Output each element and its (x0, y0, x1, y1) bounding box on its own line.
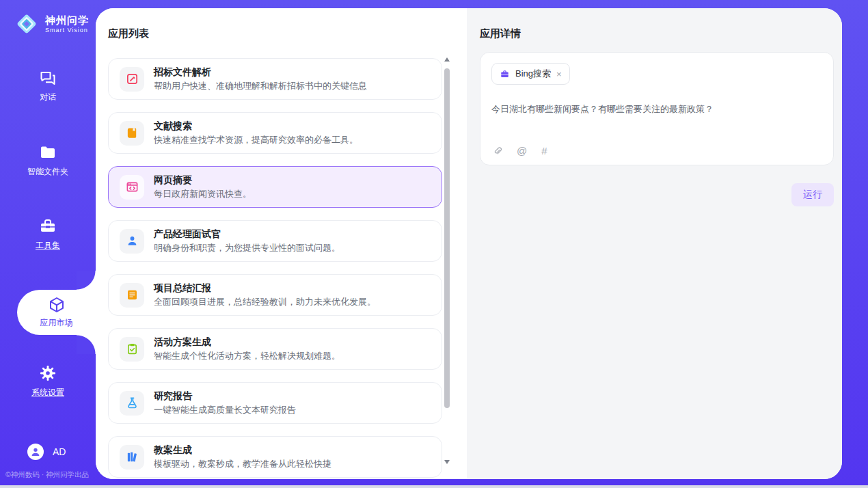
app-card-title: 项目总结汇报 (154, 282, 376, 294)
sidebar-item-smart-folder[interactable]: 智能文件夹 (0, 144, 96, 178)
chip-close-icon[interactable]: × (556, 70, 562, 79)
app-card[interactable]: 产品经理面试官明确身份和职责，为您提供专业性的面试问题。 (108, 220, 442, 262)
app-card-title: 教案生成 (154, 444, 331, 456)
cube-icon (48, 296, 66, 314)
run-button[interactable]: 运行 (791, 183, 834, 206)
app-list-scrollbar (444, 56, 450, 465)
research-icon (120, 391, 144, 416)
app-card-description: 智能生成个性化活动方案，轻松解决规划难题。 (154, 350, 340, 362)
brand-subtitle: Smart Vision (45, 27, 89, 33)
scroll-down-icon[interactable] (444, 460, 450, 464)
main-content: 应用列表 招标文件解析帮助用户快速、准确地理解和解析招标书中的关键信息文献搜索快… (96, 8, 842, 479)
active-tab-curve-bottom (77, 335, 96, 354)
hashtag-icon[interactable]: # (541, 146, 547, 156)
sidebar-item-label: 工具集 (36, 240, 60, 252)
scroll-up-icon[interactable] (444, 57, 450, 62)
app-card[interactable]: 教案生成模板驱动，教案秒成，教学准备从此轻松快捷 (108, 436, 442, 478)
sidebar-item-app-market[interactable]: 应用市场 (17, 290, 96, 335)
app-card-description: 一键智能生成高质量长文本研究报告 (154, 404, 296, 416)
app-card-description: 全面回顾项目进展，总结经验教训，助力未来优化发展。 (154, 296, 376, 308)
app-detail-title: 应用详情 (480, 27, 834, 40)
copyright-text: ©神州数码 · 神州问学出品 (5, 470, 89, 480)
app-card-title: 研究报告 (154, 390, 296, 402)
app-card-description: 帮助用户快速、准确地理解和解析招标书中的关键信息 (154, 80, 367, 92)
app-card-list: 招标文件解析帮助用户快速、准确地理解和解析招标书中的关键信息文献搜索快速精准查找… (108, 58, 442, 479)
prompt-card: Bing搜索 × 今日湖北有哪些新闻要点？有哪些需要关注的最新政策？ @ # (480, 52, 834, 165)
tool-chip-bing-search[interactable]: Bing搜索 × (491, 63, 570, 85)
app-list-panel: 应用列表 招标文件解析帮助用户快速、准确地理解和解析招标书中的关键信息文献搜索快… (96, 8, 467, 479)
app-detail-panel: 应用详情 Bing搜索 × 今日湖北有哪些新闻要点？有哪些需要关注的最新政策？ … (467, 8, 842, 479)
user-name: AD (53, 446, 66, 457)
sidebar-item-label: 对话 (40, 92, 56, 103)
app-card-description: 快速精准查找学术资源，提高研究效率的必备工具。 (154, 134, 358, 146)
app-card-title: 活动方案生成 (154, 336, 340, 348)
edit-doc-icon (120, 67, 144, 92)
app-card[interactable]: 招标文件解析帮助用户快速、准确地理解和解析招标书中的关键信息 (108, 58, 442, 100)
app-card[interactable]: 网页摘要每日政府新闻资讯快查。 (108, 166, 442, 208)
mention-icon[interactable]: @ (517, 146, 527, 156)
app-card-title: 招标文件解析 (154, 66, 367, 78)
sidebar-item-label: 应用市场 (40, 317, 73, 329)
input-toolbar: @ # (492, 146, 547, 156)
app-card-title: 文献搜索 (154, 120, 358, 132)
app-card-title: 产品经理面试官 (154, 228, 340, 240)
scrollbar-thumb[interactable] (444, 68, 450, 408)
bottom-edge-line (0, 485, 868, 488)
brand-name: 神州问学 (45, 14, 89, 27)
query-input[interactable]: 今日湖北有哪些新闻要点？有哪些需要关注的最新政策？ (491, 103, 822, 116)
sidebar: 神州问学 Smart Vision 对话 智能文件夹 工具集 应用市场 (0, 0, 96, 488)
app-card[interactable]: 文献搜索快速精准查找学术资源，提高研究效率的必备工具。 (108, 112, 442, 154)
tool-chip-label: Bing搜索 (515, 68, 551, 80)
brand-logo: 神州问学 Smart Vision (14, 11, 89, 37)
attachment-icon[interactable] (492, 146, 502, 156)
books-icon (120, 445, 144, 470)
avatar (27, 444, 44, 460)
book-icon (120, 121, 144, 146)
gear-icon (39, 364, 57, 382)
interviewer-icon (120, 229, 144, 254)
user-account[interactable]: AD (27, 444, 66, 460)
webpage-icon (120, 175, 144, 200)
app-card[interactable]: 项目总结汇报全面回顾项目进展，总结经验教训，助力未来优化发展。 (108, 274, 442, 316)
report-note-icon (120, 283, 144, 308)
sidebar-item-label: 系统设置 (31, 387, 64, 398)
app-card-description: 模板驱动，教案秒成，教学准备从此轻松快捷 (154, 458, 331, 470)
person-icon (30, 446, 41, 457)
active-tab-curve-top (77, 271, 96, 290)
folder-icon (39, 144, 57, 161)
app-card-title: 网页摘要 (154, 174, 252, 186)
brand-diamond-icon (14, 11, 40, 37)
toolbox-icon (39, 217, 57, 235)
app-card-description: 明确身份和职责，为您提供专业性的面试问题。 (154, 242, 340, 254)
app-card[interactable]: 活动方案生成智能生成个性化活动方案，轻松解决规划难题。 (108, 328, 442, 370)
sidebar-item-settings[interactable]: 系统设置 (0, 364, 96, 398)
clipboard-check-icon (120, 337, 144, 362)
sidebar-item-chat[interactable]: 对话 (0, 69, 96, 103)
sidebar-item-toolset[interactable]: 工具集 (0, 217, 96, 252)
app-card[interactable]: 研究报告一键智能生成高质量长文本研究报告 (108, 382, 442, 424)
app-card-description: 每日政府新闻资讯快查。 (154, 188, 252, 200)
briefcase-icon (500, 69, 510, 79)
app-list-title: 应用列表 (108, 27, 149, 40)
chat-icon (39, 69, 57, 87)
sidebar-item-label: 智能文件夹 (27, 166, 68, 178)
